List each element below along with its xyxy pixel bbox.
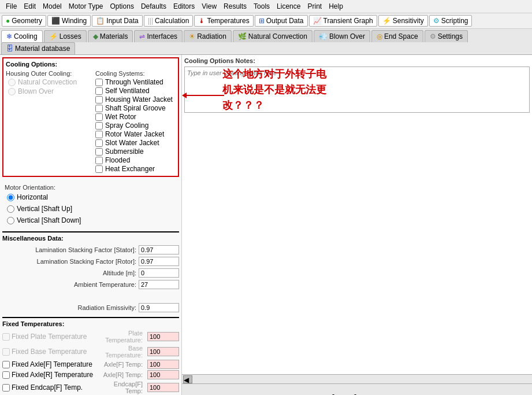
- winding-icon: ⬛: [51, 17, 60, 25]
- menu-licence[interactable]: Licence: [273, 1, 304, 12]
- temp-icon: 🌡: [198, 17, 205, 25]
- altitude-input[interactable]: [139, 268, 179, 278]
- menu-help[interactable]: Help: [325, 1, 347, 12]
- tab-material-database[interactable]: 🗄 Material database: [1, 42, 75, 54]
- tab-losses[interactable]: ⚡ Losses: [44, 30, 87, 42]
- input-icon: 📋: [96, 17, 105, 25]
- radiation-input[interactable]: [139, 303, 179, 312]
- settings-icon: ⚙: [430, 32, 436, 40]
- tab-cooling[interactable]: ❄ Cooling: [1, 30, 43, 43]
- notes-label: Cooling Options Notes:: [184, 57, 530, 64]
- housing-outer-section: Housing Outer Cooling: Natural Convectio…: [6, 70, 95, 173]
- ft-axle-f-input[interactable]: [147, 360, 179, 369]
- menu-file[interactable]: File: [2, 1, 20, 12]
- scroll-thumb[interactable]: ◀: [183, 375, 192, 383]
- orientation-shaft-down[interactable]: Vertical [Shaft Down]: [7, 216, 177, 224]
- ft-endcap-f-check-label[interactable]: Fixed Endcap[F] Temp.: [2, 383, 95, 392]
- tb-calculation[interactable]: ||| Calculation: [144, 15, 194, 27]
- menu-motor-type[interactable]: Motor Type: [65, 1, 107, 12]
- cooling-options-box: Cooling Options: Housing Outer Cooling: …: [2, 57, 179, 177]
- calc-icon: |||: [148, 17, 153, 25]
- altitude-row: Altitude [m]:: [2, 268, 179, 278]
- main-content: Cooling Options: Housing Outer Cooling: …: [0, 55, 532, 395]
- system-wet-rotor[interactable]: Wet Rotor: [95, 113, 176, 121]
- script-icon: ⚙: [433, 17, 440, 25]
- tab-settings[interactable]: ⚙ Settings: [425, 30, 468, 42]
- ft-plate-field-label: Plate Temperature:: [97, 330, 145, 344]
- endspace-icon: ◎: [377, 32, 382, 40]
- ft-plate-check-label[interactable]: Fixed Plate Temperature: [2, 333, 95, 341]
- check-data-label: Check Data: [322, 392, 392, 395]
- system-heat-exchanger[interactable]: Heat Exchanger: [95, 165, 176, 173]
- lamination-rotor-row: Lamination Stacking Factor [Rotor]:: [2, 257, 179, 266]
- tab-end-space[interactable]: ◎ End Space: [371, 30, 423, 42]
- menu-model[interactable]: Model: [39, 1, 65, 12]
- materials-icon: ◆: [93, 32, 98, 40]
- tb-transient-graph[interactable]: 📈 Transient Graph: [309, 15, 377, 27]
- arrow-line: [187, 95, 224, 96]
- cooling-options-title: Cooling Options:: [6, 61, 176, 68]
- blown-over-radio[interactable]: Blown Over: [8, 87, 95, 95]
- ft-axle-r-check-label[interactable]: Fixed Axle[R] Temperature: [2, 371, 95, 379]
- ambient-temp-input[interactable]: [139, 280, 179, 289]
- ft-base-input[interactable]: [147, 347, 179, 356]
- menu-options[interactable]: Options: [107, 1, 137, 12]
- tab-blown-over[interactable]: 💨 Blown Over: [314, 30, 370, 42]
- system-rotor-water-jacket[interactable]: Rotor Water Jacket: [95, 130, 176, 138]
- arrow-container: [182, 93, 224, 98]
- fixed-temps-title: Fixed Temperatures:: [2, 320, 179, 327]
- ft-base-row: Fixed Base Temperature Base Temperature:: [2, 345, 179, 359]
- ft-endcap-f-input[interactable]: [147, 383, 179, 392]
- tab-materials[interactable]: ◆ Materials: [88, 30, 133, 42]
- ft-endcap-f-row: Fixed Endcap[F] Temp. Endcap[F] Temp:: [2, 381, 179, 394]
- system-self-ventilated[interactable]: Self Ventilated: [95, 87, 176, 95]
- orientation-radios: Horizontal Vertical [Shaft Up] Vertical …: [5, 193, 177, 224]
- menu-bar: File Edit Model Motor Type Options Defau…: [0, 0, 532, 13]
- losses-icon: ⚡: [49, 32, 58, 40]
- ft-base-check-label[interactable]: Fixed Base Temperature: [2, 348, 95, 356]
- menu-editors[interactable]: Editors: [170, 1, 198, 12]
- ft-axle-f-field-label: Axle[F] Temp:: [97, 361, 145, 368]
- menu-results[interactable]: Results: [220, 1, 250, 12]
- menu-edit[interactable]: Edit: [20, 1, 39, 12]
- cooling-systems-section: Cooling Systems: Through Ventilated Self…: [95, 70, 176, 173]
- system-submersible[interactable]: Submersible: [95, 147, 176, 156]
- toolbar: ● Geometry ⬛ Winding 📋 Input Data ||| Ca…: [0, 13, 532, 29]
- tb-temperatures[interactable]: 🌡 Temperatures: [194, 15, 253, 27]
- system-through-ventilated[interactable]: Through Ventilated: [95, 78, 176, 86]
- orientation-shaft-up[interactable]: Vertical [Shaft Up]: [7, 205, 177, 213]
- menu-view[interactable]: View: [198, 1, 220, 12]
- ft-axle-f-check-label[interactable]: Fixed Axle[F] Temperature: [2, 360, 95, 368]
- natural-convection-radio[interactable]: Natural Convection: [8, 78, 95, 86]
- tb-scripting[interactable]: ⚙ Scripting: [429, 15, 473, 27]
- graph-icon: 📈: [313, 17, 322, 25]
- geometry-icon: ●: [6, 17, 10, 25]
- right-panel: Cooling Options Notes: 这个地方对于外转子电机来说是不是就…: [182, 55, 532, 395]
- tab-natural-convection[interactable]: 🌿 Natural Convection: [233, 30, 312, 42]
- system-slot-water-jacket[interactable]: Slot Water Jacket: [95, 139, 176, 147]
- tb-sensitivity[interactable]: ⚡ Sensitivity: [378, 15, 428, 27]
- tab-radiation[interactable]: ☀ Radiation: [184, 30, 232, 42]
- system-housing-water-jacket[interactable]: Housing Water Jacket: [95, 95, 176, 104]
- tb-input-data[interactable]: 📋 Input Data: [92, 15, 142, 27]
- orientation-horizontal[interactable]: Horizontal: [7, 193, 177, 201]
- blown-icon: 💨: [319, 32, 328, 40]
- ft-plate-input[interactable]: [147, 332, 179, 341]
- menu-tools[interactable]: Tools: [250, 1, 273, 12]
- tb-winding[interactable]: ⬛ Winding: [47, 15, 91, 27]
- horizontal-scrollbar[interactable]: ◀: [182, 374, 532, 383]
- ambient-temp-row: Ambient Temperature:: [2, 280, 179, 289]
- system-spray-cooling[interactable]: Spray Cooling: [95, 121, 176, 130]
- cooling-systems-label: Cooling Systems:: [95, 70, 176, 77]
- system-flooded[interactable]: Flooded: [95, 156, 176, 164]
- menu-defaults[interactable]: Defaults: [137, 1, 170, 12]
- lamination-rotor-input[interactable]: [139, 257, 179, 266]
- convection-icon: 🌿: [238, 32, 247, 40]
- lamination-stator-input[interactable]: [139, 245, 179, 254]
- tb-geometry[interactable]: ● Geometry: [2, 15, 46, 27]
- tb-output-data[interactable]: ⊞ Output Data: [255, 15, 308, 27]
- system-shaft-spiral-groove[interactable]: Shaft Spiral Groove: [95, 104, 176, 112]
- tab-interfaces[interactable]: ⇌ Interfaces: [134, 30, 183, 42]
- menu-print[interactable]: Print: [304, 1, 325, 12]
- ft-axle-r-input[interactable]: [147, 370, 179, 379]
